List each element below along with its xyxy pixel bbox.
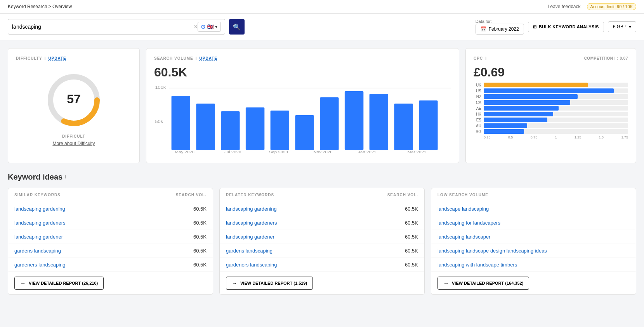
bar-bg-hk — [484, 112, 628, 116]
bulk-keyword-button[interactable]: ⊞ BULK KEYWORD ANALYSIS — [528, 22, 604, 32]
more-difficulty-link[interactable]: More about Difficulty — [52, 141, 95, 146]
bar-fill-ca — [484, 100, 570, 105]
keyword-ideas-section: Keyword ideas i SIMILAR KEYWORDS SEARCH … — [8, 173, 636, 295]
similar-report-label: VIEW DETAILED REPORT (26,210) — [29, 281, 98, 285]
related-view-report-button[interactable]: → VIEW DETAILED REPORT (1,519) — [226, 277, 313, 290]
similar-kw-2[interactable]: landscaping gardeners — [14, 220, 66, 226]
currency-selector[interactable]: £ GBP ▾ — [608, 21, 636, 32]
breadcrumb: Keyword Research > Overview — [8, 4, 72, 9]
svg-text:100k: 100k — [155, 85, 166, 89]
related-vol-1: 60.5K — [405, 206, 418, 212]
competition-value: 0.07 — [620, 56, 628, 61]
data-for-label: Data for: — [476, 19, 524, 24]
breadcrumb-part1: Keyword Research — [8, 4, 47, 9]
bar-bg-us — [484, 88, 628, 93]
list-item: landscaping gardeners 60.5K — [8, 216, 213, 230]
low-kw-2[interactable]: landscaping for landscapers — [437, 220, 500, 226]
similar-vol-5: 60.5K — [193, 262, 207, 268]
difficulty-update-link[interactable]: Update — [48, 56, 66, 61]
keyword-ideas-title: Keyword ideas i — [8, 173, 636, 182]
bar-label-us: US — [474, 89, 481, 93]
related-kw-1[interactable]: landscaping gardening — [226, 206, 277, 212]
low-kw-3[interactable]: landscaping landscaper — [437, 234, 491, 240]
similar-view-report-button[interactable]: → VIEW DETAILED REPORT (26,210) — [14, 277, 104, 290]
svg-rect-12 — [345, 91, 363, 150]
volume-update-link[interactable]: Update — [200, 56, 217, 61]
bar-bg-ae — [484, 106, 628, 111]
search-input-wrap[interactable]: × G 🇬🇧 ▾ — [8, 19, 225, 35]
similar-vol-4: 60.5K — [193, 248, 207, 254]
similar-keywords-col: SIMILAR KEYWORDS SEARCH VOL. landscaping… — [8, 188, 213, 295]
bar-label-au: AU — [474, 124, 481, 128]
cpc-info-icon[interactable]: i — [485, 56, 487, 61]
low-volume-view-report-button[interactable]: → VIEW DETAILED REPORT (164,352) — [437, 277, 529, 290]
low-kw-5[interactable]: landscaping with landscape timbers — [437, 262, 517, 268]
list-item: landscaping landscaper — [431, 230, 636, 244]
related-kw-3[interactable]: landscaping gardener — [226, 234, 274, 240]
similar-kw-1[interactable]: landscaping gardening — [14, 206, 65, 212]
bar-row-uk: UK — [474, 83, 628, 87]
similar-col-title: SIMILAR KEYWORDS — [14, 193, 61, 197]
volume-card-label: SEARCH VOLUME i Update — [154, 56, 451, 61]
list-item: landscaping gardener 60.5K — [8, 230, 213, 244]
bulk-icon: ⊞ — [533, 24, 536, 29]
difficulty-info-icon[interactable]: i — [45, 56, 46, 61]
bar-row-sg: SG — [474, 129, 628, 134]
search-volume-card: SEARCH VOLUME i Update 60.5K 100k 50k — [146, 48, 459, 163]
similar-kw-4[interactable]: gardens landscaping — [14, 248, 61, 254]
related-kw-2[interactable]: landscaping gardeners — [226, 220, 277, 226]
list-item: gardens landscaping 60.5K — [220, 244, 424, 258]
bar-label-ae: AE — [474, 106, 481, 111]
cpc-label: CPC — [474, 56, 483, 61]
data-controls: Data for: 📅 February 2022 ⊞ BULK KEYWORD… — [476, 19, 636, 35]
dropdown-arrow: ▾ — [215, 24, 217, 29]
volume-info-icon[interactable]: i — [196, 56, 197, 61]
date-selector[interactable]: 📅 February 2022 — [476, 24, 524, 35]
svg-text:Jan 2021: Jan 2021 — [358, 150, 376, 154]
bar-row-es: ES — [474, 118, 628, 122]
list-item: landscaping gardeners 60.5K — [220, 216, 424, 230]
keyword-ideas-info-icon[interactable]: i — [65, 175, 66, 179]
top-bar: Keyword Research > Overview Leave feedba… — [0, 0, 644, 14]
list-item: landscaping gardener 60.5K — [220, 230, 424, 244]
similar-kw-3[interactable]: landscaping gardener — [14, 234, 63, 240]
low-kw-4[interactable]: landscaping landscape design landscaping… — [437, 248, 547, 254]
svg-rect-15 — [419, 100, 437, 150]
search-input[interactable] — [12, 24, 194, 30]
volume-chart: 100k 50k — [154, 84, 451, 155]
related-col-title: RELATED KEYWORDS — [226, 193, 274, 197]
svg-rect-13 — [370, 94, 388, 150]
low-kw-1[interactable]: landscape landscaping — [437, 206, 489, 212]
related-kw-4[interactable]: gardens landscaping — [226, 248, 273, 254]
competition-info-icon[interactable]: i — [614, 56, 616, 61]
google-flag-selector[interactable]: G 🇬🇧 ▾ — [198, 22, 221, 32]
breadcrumb-part2: Overview — [52, 4, 72, 9]
data-for-label-wrap: Data for: 📅 February 2022 — [476, 19, 524, 35]
flag-icon: 🇬🇧 — [207, 24, 214, 30]
related-vol-3: 60.5K — [405, 234, 418, 240]
svg-rect-7 — [221, 111, 240, 150]
svg-rect-8 — [246, 107, 264, 150]
svg-rect-6 — [196, 104, 215, 150]
bar-bg-uk — [484, 83, 628, 87]
svg-text:Jul 2020: Jul 2020 — [224, 150, 241, 154]
search-button[interactable]: 🔍 — [229, 19, 245, 35]
bar-label-hk: HK — [474, 112, 481, 116]
difficulty-card: DIFFICULTY i Update 57 DIFFICULT More ab… — [8, 48, 140, 163]
difficulty-donut-chart: 57 — [43, 69, 105, 131]
bulk-label: BULK KEYWORD ANALYSIS — [539, 24, 599, 29]
svg-rect-11 — [320, 97, 338, 150]
low-volume-report-label: VIEW DETAILED REPORT (164,352) — [452, 281, 523, 285]
similar-vol-3: 60.5K — [193, 234, 207, 240]
list-item: landscape landscaping — [431, 202, 636, 216]
similar-kw-5[interactable]: gardeners landscaping — [14, 262, 66, 268]
bar-row-ca: CA — [474, 100, 628, 105]
related-kw-5[interactable]: gardeners landscaping — [226, 262, 277, 268]
breadcrumb-separator: > — [49, 4, 51, 9]
clear-button[interactable]: × — [194, 23, 198, 30]
bar-fill-hk — [484, 112, 553, 116]
leave-feedback-link[interactable]: Leave feedback — [548, 4, 581, 9]
calendar-icon: 📅 — [481, 26, 486, 32]
related-keywords-col: RELATED KEYWORDS SEARCH VOL. landscaping… — [219, 188, 425, 295]
competition-label: COMPETITION i : 0.07 — [584, 56, 628, 61]
